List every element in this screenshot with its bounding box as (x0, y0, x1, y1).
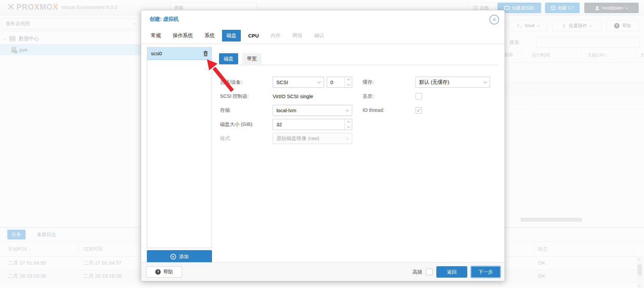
scsi-controller-label: SCSI 控制器: (220, 91, 272, 102)
chevron-down-icon (346, 108, 349, 112)
disk-list-item-scsi0[interactable]: scsi0 (147, 48, 212, 60)
next-button[interactable]: 下一步 (471, 266, 500, 278)
scsi-controller-value: VirtIO SCSI single (273, 91, 313, 102)
discard-label: 丢弃: (363, 91, 415, 102)
spin-down-icon[interactable] (345, 125, 352, 130)
bus-select[interactable]: SCSI (273, 77, 324, 88)
subtab-divider (219, 65, 498, 65)
chevron-down-icon (484, 80, 487, 83)
storage-label: 存储: (220, 105, 272, 116)
cache-select[interactable]: 默认 (无缓存) (416, 77, 490, 88)
dialog-tab-bar: 常规 操作系统 系统 磁盘 CPU 内存 网络 确认 (147, 30, 329, 42)
create-vm-dialog: 创建: 虚拟机 ✕ 常规 操作系统 系统 磁盘 CPU 内存 网络 确认 scs… (141, 10, 505, 281)
spinner-buttons (344, 119, 352, 130)
discard-checkbox[interactable] (416, 93, 422, 99)
advanced-checkbox[interactable] (426, 269, 433, 275)
tab-disks[interactable]: 磁盘 (222, 30, 241, 42)
bus-index-spinner[interactable]: 0 (327, 77, 352, 88)
advanced-label: 高级 (413, 269, 422, 275)
disk-size-label: 磁盘大小 (GiB): (220, 119, 272, 130)
help-icon: ? (155, 269, 161, 275)
iothread-label: IO thread: (363, 105, 415, 116)
spin-up-icon[interactable] (345, 77, 352, 82)
tab-confirm[interactable]: 确认 (310, 30, 329, 42)
subtab-bandwidth[interactable]: 带宽 (242, 53, 261, 64)
storage-select[interactable]: local-lvm (273, 105, 352, 116)
close-icon[interactable]: ✕ (489, 15, 499, 24)
disk-size-spinner[interactable]: 32 (273, 119, 352, 130)
chevron-down-icon (346, 136, 349, 140)
disk-subtab-bar: 磁盘 带宽 (219, 53, 261, 64)
tab-network[interactable]: 网络 (288, 30, 307, 42)
spin-up-icon[interactable] (345, 119, 352, 125)
format-label: 格式: (220, 133, 272, 144)
tab-general[interactable]: 常规 (147, 30, 165, 42)
iothread-checkbox[interactable]: ✓ (416, 107, 422, 114)
chevron-down-icon (318, 80, 321, 83)
add-disk-button[interactable]: + 添加 (147, 250, 212, 263)
proxmox-app: ✕ PROXMOX Virtual Environment 8.3.0 文档 创… (0, 0, 644, 288)
spinner-buttons (344, 77, 352, 87)
dialog-help-button[interactable]: ? 帮助 (146, 266, 182, 278)
format-select-disabled: 原始磁盘映像 (raw) (273, 133, 352, 144)
tab-os[interactable]: 操作系统 (168, 30, 197, 42)
bus-device-label: 总线/设备: (220, 77, 272, 88)
tab-divider (141, 44, 504, 44)
spin-down-icon[interactable] (345, 82, 352, 88)
trash-icon[interactable] (203, 51, 208, 56)
tab-system[interactable]: 系统 (200, 30, 219, 42)
tab-cpu[interactable]: CPU (244, 30, 263, 41)
subtab-disk[interactable]: 磁盘 (219, 53, 238, 64)
back-button[interactable]: 返回 (436, 266, 467, 278)
dialog-title: 创建: 虚拟机 (150, 16, 179, 23)
dialog-footer: ? 帮助 高级 返回 下一步 (141, 262, 504, 281)
disk-list: scsi0 (147, 47, 212, 248)
tab-memory[interactable]: 内存 (266, 30, 285, 42)
cache-label: 缓存: (363, 77, 415, 88)
plus-icon: + (170, 254, 176, 260)
